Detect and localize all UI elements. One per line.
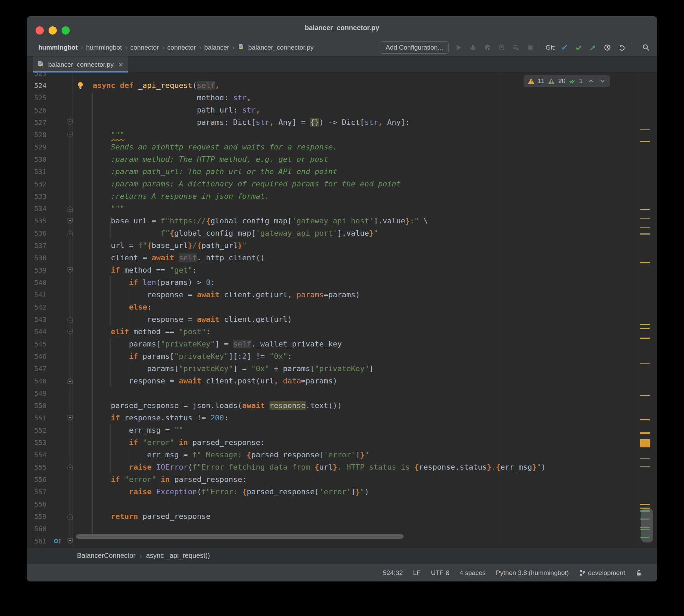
error-stripe-mark[interactable] — [640, 338, 650, 339]
error-stripe-mark[interactable] — [640, 458, 650, 459]
error-stripe-mark[interactable] — [640, 419, 650, 420]
error-stripe-mark[interactable] — [640, 328, 650, 329]
code-line[interactable]: 532 :param params: A dictionary of requi… — [27, 178, 657, 190]
line-number[interactable]: 528 — [27, 129, 47, 141]
line-number[interactable]: 543 — [27, 313, 47, 326]
vertical-scrollbar-thumb[interactable] — [641, 508, 653, 542]
line-number[interactable]: 558 — [27, 498, 47, 510]
line-number[interactable]: 549 — [27, 387, 47, 399]
error-stripe-mark[interactable] — [640, 363, 650, 364]
error-stripe-mark[interactable] — [640, 141, 650, 142]
code-line[interactable]: 542 else: — [27, 301, 657, 313]
line-number[interactable]: 537 — [27, 239, 47, 252]
title-bar[interactable]: balancer_connector.py — [27, 16, 657, 39]
line-number[interactable]: 554 — [27, 449, 47, 461]
error-stripe-mark[interactable] — [640, 504, 650, 505]
line-number[interactable]: 538 — [27, 252, 47, 264]
code-line[interactable]: 534 """ — [27, 202, 657, 215]
line-number[interactable]: 546 — [27, 350, 47, 363]
code-line[interactable]: 531 :param path_url: The path url or the… — [27, 166, 657, 178]
add-configuration-button[interactable]: Add Configuration... — [380, 41, 449, 54]
fold-region-end-icon[interactable] — [67, 316, 73, 323]
error-stripe-mark[interactable] — [640, 432, 650, 434]
code-line[interactable]: 533 :returns A response in json format. — [27, 190, 657, 202]
line-number[interactable]: 544 — [27, 326, 47, 338]
line-number[interactable]: 539 — [27, 264, 47, 276]
code-line[interactable]: 547 params["privateKey"] = "0x" + params… — [27, 363, 657, 375]
line-number[interactable]: 545 — [27, 338, 47, 350]
code-line[interactable]: 553 if "error" in parsed_response: — [27, 436, 657, 449]
code-line[interactable]: 560 — [27, 523, 657, 535]
code-line[interactable]: 548 response = await client.post(url, da… — [27, 375, 657, 387]
fold-region-start-icon[interactable] — [67, 415, 73, 421]
breadcrumb-method[interactable]: async _api_request() — [146, 552, 210, 560]
fold-region-start-icon[interactable] — [67, 119, 73, 126]
inspections-widget[interactable]: 11 20 1 — [524, 75, 610, 87]
commit-icon[interactable] — [575, 44, 582, 51]
error-stripe-mark[interactable] — [640, 439, 650, 447]
override-marker-icon[interactable] — [53, 537, 62, 545]
code-line[interactable]: 552 err_msg = "" — [27, 424, 657, 436]
code-line[interactable]: 555 raise IOError(f"Error fetching data … — [27, 461, 657, 473]
code-line[interactable]: 545 params["privateKey"] = self._wallet_… — [27, 338, 657, 350]
line-number[interactable]: 536 — [27, 227, 47, 239]
line-number[interactable]: 540 — [27, 276, 47, 289]
code-line[interactable]: 557 raise Exception(f"Error: {parsed_res… — [27, 486, 657, 498]
fold-region-start-icon[interactable] — [67, 132, 73, 138]
code-line[interactable]: 551 if response.status != 200: — [27, 412, 657, 424]
horizontal-scrollbar[interactable] — [76, 534, 404, 539]
line-number[interactable]: 547 — [27, 363, 47, 375]
code-line[interactable]: 525 method: str, — [27, 92, 657, 104]
error-stripe-mark[interactable] — [640, 466, 650, 467]
update-project-icon[interactable] — [561, 44, 568, 51]
line-number[interactable]: 560 — [27, 523, 47, 535]
fold-region-end-icon[interactable] — [67, 206, 73, 212]
code-line[interactable]: 530 :param method: The HTTP method, e.g.… — [27, 153, 657, 166]
error-stripe-mark[interactable] — [640, 262, 650, 263]
previous-problem-icon[interactable] — [588, 78, 594, 84]
history-icon[interactable] — [604, 44, 611, 51]
line-number[interactable]: 559 — [27, 510, 47, 523]
code-line[interactable]: 527 params: Dict[str, Any] = {}) -> Dict… — [27, 116, 657, 129]
code-line[interactable]: 544 elif method == "post": — [27, 326, 657, 338]
code-line[interactable]: 526 path_url: str, — [27, 104, 657, 116]
code-line[interactable]: 538 client = await self._http_client() — [27, 252, 657, 264]
line-number[interactable]: 526 — [27, 104, 47, 116]
line-number[interactable]: 533 — [27, 190, 47, 202]
line-separator[interactable]: LF — [413, 569, 421, 577]
code-line[interactable]: 559 return parsed_response — [27, 510, 657, 523]
indent-style[interactable]: 4 spaces — [460, 569, 486, 577]
line-number[interactable]: 550 — [27, 399, 47, 412]
line-number[interactable]: 552 — [27, 424, 47, 436]
line-number[interactable]: 530 — [27, 153, 47, 166]
line-number[interactable]: 553 — [27, 436, 47, 449]
breadcrumb-item[interactable]: hummingbot — [86, 44, 122, 51]
fold-region-start-icon[interactable] — [67, 538, 73, 544]
code-editor[interactable]: 523524 async def _api_request(self,525 m… — [27, 73, 657, 547]
fold-region-start-icon[interactable] — [67, 218, 73, 224]
code-line[interactable]: 554 err_msg = f" Message: {parsed_respon… — [27, 449, 657, 461]
git-branch-widget[interactable]: development — [579, 569, 625, 577]
fold-region-start-icon[interactable] — [67, 267, 73, 273]
line-number[interactable]: 555 — [27, 461, 47, 473]
line-number[interactable]: 531 — [27, 166, 47, 178]
file-encoding[interactable]: UTF-8 — [431, 569, 449, 577]
unlock-icon[interactable] — [635, 569, 642, 576]
line-number[interactable]: 535 — [27, 215, 47, 227]
line-number[interactable]: 527 — [27, 116, 47, 129]
line-number[interactable]: 541 — [27, 289, 47, 301]
code-line[interactable]: 539 if method == "get": — [27, 264, 657, 276]
code-line[interactable]: 543 response = await client.get(url) — [27, 313, 657, 326]
fold-region-start-icon[interactable] — [67, 329, 73, 335]
line-number[interactable]: 525 — [27, 92, 47, 104]
code-line[interactable]: 558 — [27, 498, 657, 510]
line-number[interactable]: 534 — [27, 202, 47, 215]
error-stripe-mark[interactable] — [640, 395, 650, 396]
breadcrumb-item[interactable]: connector — [167, 44, 196, 51]
code-line[interactable]: 550 parsed_response = json.loads(await r… — [27, 399, 657, 412]
breadcrumb-item[interactable]: connector — [130, 44, 159, 51]
line-number[interactable]: 523 — [27, 73, 47, 79]
code-line[interactable]: 556 if "error" in parsed_response: — [27, 473, 657, 486]
python-interpreter[interactable]: Python 3.8 (hummingbot) — [496, 569, 569, 577]
error-stripe-mark[interactable] — [640, 233, 650, 235]
